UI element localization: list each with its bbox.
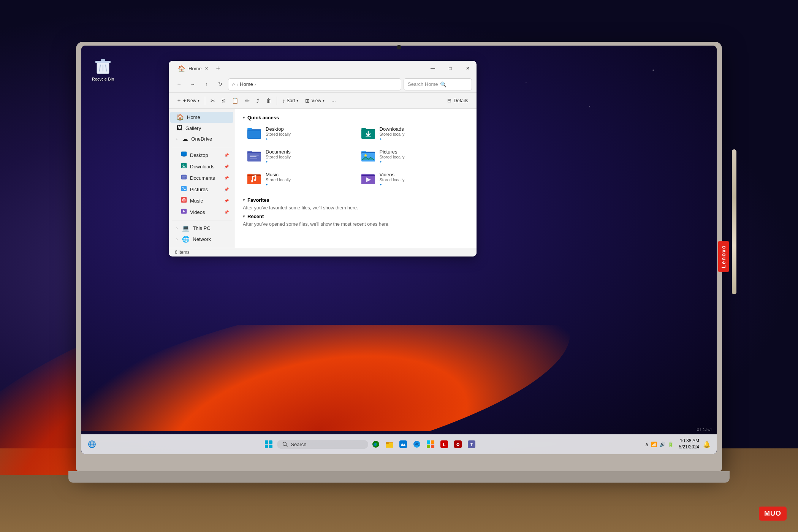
minimize-button[interactable]: —	[424, 61, 442, 76]
view-icon: ⊞	[305, 98, 310, 104]
rename-button[interactable]: ✏	[242, 96, 253, 106]
sidebar: 🏠 Home 🖼 Gallery › ☁ OneDrive	[169, 109, 235, 248]
maximize-button[interactable]: □	[442, 61, 459, 76]
sidebar-item-pictures[interactable]: Pictures 📌	[170, 184, 233, 195]
notification-bell-icon[interactable]: 🔔	[701, 439, 712, 450]
sidebar-desktop-label: Desktop	[190, 152, 221, 158]
forward-button[interactable]: →	[187, 79, 198, 90]
sidebar-item-downloads[interactable]: Downloads 📌	[170, 161, 233, 172]
sidebar-pictures-label: Pictures	[190, 187, 221, 192]
breadcrumb-home[interactable]: Home	[240, 81, 253, 87]
file-item-downloads[interactable]: Downloads Stored locally ⬥	[357, 123, 469, 144]
music-sidebar-icon	[181, 197, 187, 204]
sidebar-item-documents[interactable]: Documents 📌	[170, 172, 233, 184]
recent-header[interactable]: ▾ Recent	[243, 214, 469, 219]
svg-rect-48	[361, 153, 375, 162]
file-item-videos[interactable]: Videos Stored locally ⬥	[357, 168, 469, 190]
svg-rect-43	[247, 151, 252, 152]
music-pin-icon: 📌	[224, 199, 229, 203]
svg-rect-65	[265, 445, 268, 448]
desktop-info: Desktop Stored locally ⬥	[266, 126, 352, 141]
thispc-sidebar-icon: 💻	[182, 225, 190, 232]
content-area: 🏠 Home 🖼 Gallery › ☁ OneDrive	[169, 109, 477, 248]
quick-access-grid: Desktop Stored locally ⬥	[243, 123, 469, 190]
back-button[interactable]: ←	[173, 79, 185, 90]
system-clock[interactable]: 10:38 AM 5/21/2024	[679, 438, 699, 450]
start-button[interactable]	[262, 437, 276, 451]
sidebar-item-home[interactable]: 🏠 Home	[170, 112, 233, 123]
new-chevron: ▾	[198, 98, 200, 103]
sidebar-item-network[interactable]: › 🌐 Network	[170, 234, 233, 245]
sidebar-item-gallery[interactable]: 🖼 Gallery	[170, 123, 233, 133]
taskbar-store-icon[interactable]	[397, 438, 409, 450]
svg-rect-20	[182, 167, 186, 168]
svg-text:L: L	[443, 442, 446, 447]
taskbar-fileexplorer-icon[interactable]	[383, 438, 396, 450]
close-tab-button[interactable]: ✕	[205, 66, 208, 71]
file-item-pictures[interactable]: Pictures Stored locally ⬥	[357, 146, 469, 167]
tray-wifi-icon[interactable]: 📶	[651, 442, 657, 447]
sidebar-gallery-label: Gallery	[185, 125, 229, 131]
favorites-chevron: ▾	[243, 198, 245, 203]
more-button[interactable]: ···	[328, 96, 339, 106]
view-label: View	[311, 98, 321, 103]
refresh-button[interactable]: ↻	[214, 79, 226, 90]
title-tab[interactable]: 🏠 Home ✕	[173, 63, 213, 74]
view-button[interactable]: ⊞ View ▾	[302, 96, 328, 106]
file-item-desktop[interactable]: Desktop Stored locally ⬥	[243, 123, 355, 144]
share-button[interactable]: ⤴	[253, 96, 262, 106]
downloads-info: Downloads Stored locally ⬥	[380, 126, 466, 141]
sidebar-item-desktop[interactable]: Desktop 📌	[170, 149, 233, 161]
sort-button[interactable]: ↕ Sort ▾	[279, 96, 301, 106]
taskbar-edge2-icon[interactable]	[411, 438, 423, 450]
sidebar-item-videos[interactable]: Videos 📌	[170, 206, 233, 218]
new-label: + New	[183, 98, 196, 103]
documents-pin-icon: 📌	[224, 176, 229, 180]
sort-label: Sort	[287, 98, 295, 103]
taskbar-red-app-icon[interactable]: L	[438, 438, 450, 450]
recycle-bin-desktop-icon[interactable]: Recycle Bin	[92, 56, 114, 81]
file-item-music[interactable]: Music Stored locally ⬥	[243, 168, 355, 190]
new-button[interactable]: ＋ + New ▾	[173, 95, 203, 106]
tray-audio-icon[interactable]: 🔊	[659, 442, 665, 447]
svg-text:T: T	[470, 442, 473, 447]
cut-button[interactable]: ✂	[207, 96, 218, 106]
quick-access-title: Quick access	[247, 115, 279, 120]
copy-button[interactable]: ⎘	[219, 96, 228, 106]
tray-arrow[interactable]: ∧	[645, 441, 649, 447]
favorites-header[interactable]: ▾ Favorites	[243, 197, 469, 203]
paste-button[interactable]: 📋	[229, 96, 241, 106]
taskbar-game-icon[interactable]: ⚙	[452, 438, 464, 450]
sidebar-thispc-label: This PC	[193, 225, 229, 231]
taskbar-search-bar[interactable]: Search	[277, 440, 368, 449]
videos-sub: Stored locally	[380, 177, 466, 182]
taskbar-teams-icon[interactable]: T	[466, 438, 478, 450]
sidebar-item-onedrive[interactable]: › ☁ OneDrive	[170, 133, 233, 144]
svg-point-6	[589, 106, 590, 107]
downloads-sub: Stored locally	[380, 132, 466, 136]
close-button[interactable]: ✕	[459, 61, 477, 76]
sidebar-documents-label: Documents	[190, 175, 221, 181]
up-button[interactable]: ↑	[201, 79, 212, 90]
taskbar-edge-icon[interactable]	[370, 438, 382, 450]
network-sidebar-icon: 🌐	[182, 236, 190, 243]
sidebar-item-this-pc[interactable]: › 💻 This PC	[170, 223, 233, 234]
recent-empty-message: After you've opened some files, we'll sh…	[243, 222, 469, 227]
downloads-sidebar-icon	[181, 163, 187, 170]
system-tray-icons: ∧ 📶 🔊 🔋	[642, 441, 677, 447]
svg-rect-42	[247, 153, 261, 162]
details-button[interactable]: ⊟ Details	[443, 96, 472, 105]
quick-access-header[interactable]: ▾ Quick access	[243, 115, 469, 120]
cmd-separator-1	[205, 97, 205, 105]
downloads-pin-icon: 📌	[224, 165, 229, 169]
sidebar-item-music[interactable]: Music 📌	[170, 195, 233, 206]
taskbar-windows-icon[interactable]	[424, 438, 437, 450]
taskbar-browser-icon[interactable]	[86, 438, 98, 450]
tray-battery-icon[interactable]: 🔋	[668, 442, 674, 447]
delete-button[interactable]: 🗑	[263, 96, 274, 106]
cut-icon: ✂	[211, 98, 215, 104]
add-tab-button[interactable]: +	[213, 63, 223, 74]
address-bar[interactable]: ⌂ › Home ›	[228, 78, 401, 90]
search-field[interactable]: Search Home 🔍	[404, 78, 472, 90]
file-item-documents[interactable]: Documents Stored locally ⬥	[243, 146, 355, 167]
